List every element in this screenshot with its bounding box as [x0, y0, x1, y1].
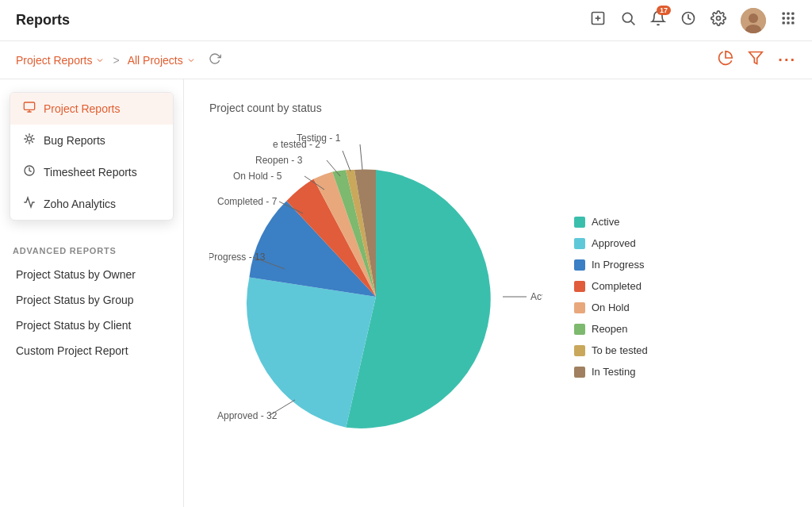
svg-rect-16 [783, 21, 785, 24]
legend-item-onhold: On Hold [574, 302, 685, 313]
breadcrumb: Project Reports > All Projects [16, 52, 221, 68]
legend-item-intesting: In Testing [574, 366, 685, 378]
label-inprogress: In Progress - 13 [209, 252, 266, 263]
legend-label-approved: Approved [592, 237, 636, 249]
svg-point-6 [717, 17, 721, 21]
breadcrumb-project-reports-label: Project Reports [16, 54, 92, 67]
svg-rect-14 [787, 17, 789, 19]
menu-item-zoho-analytics-label: Zoho Analytics [44, 198, 116, 210]
legend-label-onhold: On Hold [592, 302, 630, 313]
svg-rect-18 [791, 21, 794, 24]
settings-icon[interactable] [710, 10, 726, 30]
legend-color-reopen [574, 324, 585, 335]
main-layout: Project Reports Bug Reports Timesheet Re… [0, 79, 812, 507]
search-icon[interactable] [620, 10, 636, 30]
advanced-item-custom[interactable]: Custom Project Report [13, 338, 170, 363]
svg-rect-13 [783, 17, 785, 19]
legend-label-reopen: Reopen [592, 323, 628, 335]
svg-rect-20 [24, 102, 34, 109]
advanced-reports-section: ADVANCED REPORTS Project Status by Owner… [0, 233, 183, 370]
legend-item-tobetested: To be tested [574, 344, 685, 356]
svg-rect-17 [787, 21, 789, 24]
chart-area: Project count by status [184, 79, 812, 507]
svg-marker-19 [749, 52, 763, 64]
legend-item-inprogress: In Progress [574, 259, 685, 271]
legend-item-completed: Completed [574, 280, 685, 292]
chart-type-icon[interactable] [718, 50, 733, 70]
topbar: Reports 17 [0, 0, 812, 41]
breadcrumb-separator: > [113, 54, 119, 67]
legend-color-intesting [574, 367, 585, 378]
menu-item-bug-reports-label: Bug Reports [44, 134, 105, 147]
legend-color-approved [574, 238, 585, 249]
svg-rect-11 [787, 13, 789, 15]
menu-item-bug-reports[interactable]: Bug Reports [10, 125, 173, 156]
notification-badge: 17 [657, 6, 671, 15]
notification-icon[interactable]: 17 [650, 10, 666, 30]
menu-item-zoho-analytics[interactable]: Zoho Analytics [10, 188, 173, 220]
label-onhold: On Hold - 5 [233, 171, 282, 182]
legend-item-reopen: Reopen [574, 323, 685, 335]
menu-item-project-reports-label: Project Reports [44, 102, 120, 115]
advanced-item-client[interactable]: Project Status by Client [13, 313, 170, 338]
dropdown-menu: Project Reports Bug Reports Timesheet Re… [10, 92, 174, 221]
legend-label-active: Active [592, 216, 619, 228]
chart-legend: Active Approved In Progress Completed [574, 216, 685, 378]
legend-label-intesting: In Testing [592, 366, 635, 378]
zoho-analytics-icon [23, 196, 36, 212]
avatar[interactable] [741, 8, 766, 33]
pie-chart-svg: Active - 74 Approved - 32 In Progress - … [209, 130, 542, 463]
bug-reports-icon [23, 133, 36, 148]
legend-item-approved: Approved [574, 237, 685, 249]
menu-item-timesheet-label: Timesheet Reports [44, 166, 137, 179]
chart-wrapper: Active - 74 Approved - 32 In Progress - … [209, 130, 787, 463]
legend-color-completed [574, 281, 585, 292]
svg-line-32 [360, 144, 362, 170]
advanced-item-owner[interactable]: Project Status by Owner [13, 262, 170, 287]
legend-label-tobetested: To be tested [592, 344, 648, 356]
more-options-icon[interactable]: ··· [778, 51, 796, 69]
add-icon[interactable] [590, 10, 606, 30]
label-active: Active - 74 [530, 291, 542, 302]
menu-item-project-reports[interactable]: Project Reports [10, 93, 173, 125]
svg-line-4 [631, 21, 635, 25]
legend-label-inprogress: In Progress [592, 259, 644, 271]
menu-item-timesheet-reports[interactable]: Timesheet Reports [10, 156, 173, 188]
svg-rect-10 [783, 13, 785, 15]
legend-label-completed: Completed [592, 280, 642, 292]
subheader: Project Reports > All Projects ··· [0, 41, 812, 79]
svg-point-23 [27, 136, 31, 140]
legend-color-tobetested [574, 345, 585, 356]
content-area: Project Reports > All Projects ··· [0, 41, 812, 507]
filter-icon[interactable] [748, 50, 764, 70]
label-reopen: Reopen - 3 [255, 155, 303, 166]
timer-icon[interactable] [680, 10, 696, 30]
app-title: Reports [16, 12, 70, 29]
svg-line-31 [343, 151, 350, 171]
label-testing: Testing - 1 [297, 133, 341, 144]
legend-color-inprogress [574, 259, 585, 271]
pie-chart: Active - 74 Approved - 32 In Progress - … [209, 130, 542, 463]
label-completed: Completed - 7 [217, 196, 278, 207]
project-reports-icon [23, 101, 36, 117]
breadcrumb-all-projects[interactable]: All Projects [128, 54, 196, 67]
legend-color-active [574, 217, 585, 228]
svg-rect-15 [791, 17, 794, 19]
svg-point-3 [622, 13, 632, 22]
breadcrumb-all-projects-label: All Projects [128, 54, 183, 67]
breadcrumb-project-reports[interactable]: Project Reports [16, 54, 105, 67]
refresh-button[interactable] [209, 52, 221, 68]
advanced-reports-label: ADVANCED REPORTS [13, 246, 170, 255]
legend-color-onhold [574, 302, 585, 313]
subheader-actions: ··· [718, 50, 796, 70]
svg-rect-12 [791, 13, 794, 15]
chart-title: Project count by status [209, 102, 787, 114]
svg-point-8 [749, 13, 758, 23]
advanced-item-group[interactable]: Project Status by Group [13, 287, 170, 313]
sidebar: Project Reports Bug Reports Timesheet Re… [0, 79, 184, 507]
label-approved: Approved - 32 [217, 410, 278, 421]
topbar-actions: 17 [590, 8, 796, 33]
timesheet-icon [23, 164, 36, 180]
apps-grid-icon[interactable] [780, 10, 796, 30]
legend-item-active: Active [574, 216, 685, 228]
